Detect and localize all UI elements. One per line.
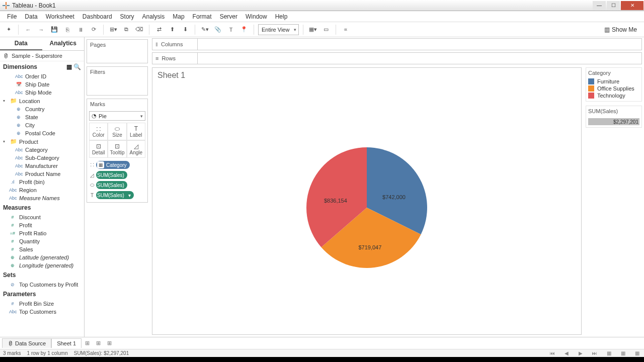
menu-dashboard[interactable]: Dashboard (78, 12, 116, 21)
pages-shelf[interactable]: Pages (87, 39, 148, 63)
columns-shelf[interactable]: ⦀Columns (152, 38, 642, 50)
menu-format[interactable]: Format (189, 12, 216, 21)
field-profit-bin-size[interactable]: #Profit Bin Size (0, 300, 84, 308)
status-view-3[interactable]: ▦ (633, 350, 641, 356)
folder-product[interactable]: ▾📁Product (0, 137, 84, 146)
mark-color[interactable]: ⸬Color (89, 123, 108, 140)
status-view-2[interactable]: ▦ (619, 350, 627, 356)
status-nav-last[interactable]: ⏭ (591, 350, 599, 356)
pause-button[interactable]: ⏸ (75, 24, 86, 35)
field-city[interactable]: ⊕City (0, 121, 84, 129)
mark-tooltip[interactable]: ⊡Tooltip (108, 140, 126, 158)
tab-analytics[interactable]: Analytics (42, 37, 85, 50)
pin-button[interactable]: 📍 (238, 24, 250, 35)
menu-worksheet[interactable]: Worksheet (42, 12, 78, 21)
field-product-name[interactable]: AbcProduct Name (0, 170, 84, 178)
color-legend[interactable]: Category Furniture Office Supplies Techn… (586, 67, 642, 102)
refresh-button[interactable]: ⟳ (88, 24, 99, 35)
sort-desc-button[interactable]: ⬇ (180, 24, 191, 35)
duplicate-button[interactable]: ⧉ (121, 24, 132, 35)
field-top-customers[interactable]: AbcTop Customers (0, 308, 84, 316)
menu-window[interactable]: Window (242, 12, 271, 21)
undo-button[interactable]: ← (23, 24, 34, 35)
view-as-icon[interactable]: ▦ (66, 63, 72, 70)
group-button[interactable]: 📎 (212, 24, 223, 35)
field-profit-ratio[interactable]: =#Profit Ratio (0, 229, 84, 237)
sheet-title[interactable]: Sheet 1 (157, 71, 185, 80)
viz-canvas[interactable]: Sheet 1 $742,000 $719,047 $836,154 (152, 67, 582, 335)
legend-office-supplies[interactable]: Office Supplies (588, 85, 639, 92)
status-nav-first[interactable]: ⏮ (548, 350, 556, 356)
close-button[interactable]: ✕ (621, 1, 643, 10)
field-postal-code[interactable]: ⊕Postal Code (0, 129, 84, 137)
field-discount[interactable]: #Discount (0, 213, 84, 221)
menu-map[interactable]: Map (169, 12, 188, 21)
mark-angle[interactable]: ◿Angle (127, 140, 145, 158)
field-state[interactable]: ⊕State (0, 113, 84, 121)
clear-button[interactable]: ⌫ (134, 24, 145, 35)
menu-file[interactable]: File (3, 12, 21, 21)
legend-furniture[interactable]: Furniture (588, 78, 639, 85)
menu-analysis[interactable]: Analysis (138, 12, 169, 21)
field-measure-names[interactable]: AbcMeasure Names (0, 194, 84, 202)
sort-asc-button[interactable]: ⬆ (167, 24, 178, 35)
filters-shelf[interactable]: Filters (87, 66, 148, 96)
status-nav-prev[interactable]: ◀ (562, 350, 571, 356)
field-order-id[interactable]: AbcOrder ID (0, 72, 84, 80)
pill-sum-sales-angle[interactable]: SUM(Sales) (96, 171, 127, 179)
new-worksheet-button[interactable]: ⊞▾ (108, 24, 119, 35)
maximize-button[interactable]: ☐ (607, 1, 620, 10)
field-profit-bin[interactable]: .ılProfit (bin) (0, 178, 84, 186)
field-ship-mode[interactable]: AbcShip Mode (0, 88, 84, 97)
labels-button[interactable]: T (225, 24, 236, 35)
rows-shelf[interactable]: ≡Rows (152, 52, 642, 64)
highlight-button[interactable]: ✎▾ (199, 24, 210, 35)
pill-sum-sales-label[interactable]: SUM(Sales)▾ (96, 191, 134, 199)
tab-datasource[interactable]: 🛢Data Source (2, 338, 51, 348)
menu-story[interactable]: Story (116, 12, 138, 21)
minimize-button[interactable]: — (593, 1, 606, 10)
tableau-icon[interactable]: ✦ (3, 24, 14, 35)
save-button[interactable]: 💾 (49, 24, 60, 35)
view-mode-dropdown[interactable]: Entire View (258, 24, 299, 35)
mark-detail[interactable]: ⊡Detail (89, 140, 108, 158)
menu-server[interactable]: Server (216, 12, 242, 21)
field-top-customers-profit[interactable]: ⊘Top Customers by Profit (0, 281, 84, 289)
menu-data[interactable]: Data (21, 12, 41, 21)
mark-size[interactable]: ⬭Size (108, 123, 126, 140)
field-latitude[interactable]: ⊕Latitude (generated) (0, 253, 84, 261)
mark-type-dropdown[interactable]: ◔Pie (89, 111, 145, 121)
new-story-icon[interactable]: ⊞ (104, 340, 115, 346)
field-sub-category[interactable]: AbcSub-Category (0, 154, 84, 162)
new-worksheet-icon[interactable]: ⊞ (82, 340, 93, 346)
field-category[interactable]: AbcCategory (0, 146, 84, 154)
field-manufacturer[interactable]: AbcManufacturer (0, 162, 84, 170)
folder-location[interactable]: ▾📁Location (0, 97, 84, 105)
field-ship-date[interactable]: 📅Ship Date (0, 80, 84, 88)
field-quantity[interactable]: #Quantity (0, 237, 84, 245)
mark-label[interactable]: TLabel (127, 123, 145, 140)
tab-sheet1[interactable]: Sheet 1 (51, 338, 82, 348)
field-sales[interactable]: #Sales (0, 245, 84, 253)
swap-button[interactable]: ⇄ (153, 24, 165, 35)
new-datasource-button[interactable]: ⎘ (62, 24, 73, 35)
datasource-item[interactable]: 🛢 Sample - Superstore (0, 51, 84, 61)
pill-sum-sales-size[interactable]: SUM(Sales) (96, 181, 127, 189)
field-country[interactable]: ⊕Country (0, 105, 84, 113)
show-me-button[interactable]: ▥ Show Me (600, 26, 641, 33)
share-button[interactable]: ∝ (340, 24, 351, 35)
field-region[interactable]: AbcRegion (0, 186, 84, 194)
presentation-button[interactable]: ▭ (320, 24, 332, 35)
legend-technology[interactable]: Technology (588, 92, 639, 99)
search-icon[interactable]: 🔍 (73, 63, 81, 70)
tab-data[interactable]: Data (0, 37, 42, 50)
new-dashboard-icon[interactable]: ⊞ (93, 340, 104, 346)
menu-help[interactable]: Help (271, 12, 292, 21)
pill-category[interactable]: ▦Category (96, 161, 130, 169)
show-hide-cards-button[interactable]: ▦▾ (307, 24, 318, 35)
field-profit[interactable]: #Profit (0, 221, 84, 229)
redo-button[interactable]: → (36, 24, 47, 35)
field-longitude[interactable]: ⊕Longitude (generated) (0, 261, 84, 269)
status-view-1[interactable]: ▦ (605, 350, 613, 356)
status-nav-next[interactable]: ▶ (577, 350, 585, 356)
